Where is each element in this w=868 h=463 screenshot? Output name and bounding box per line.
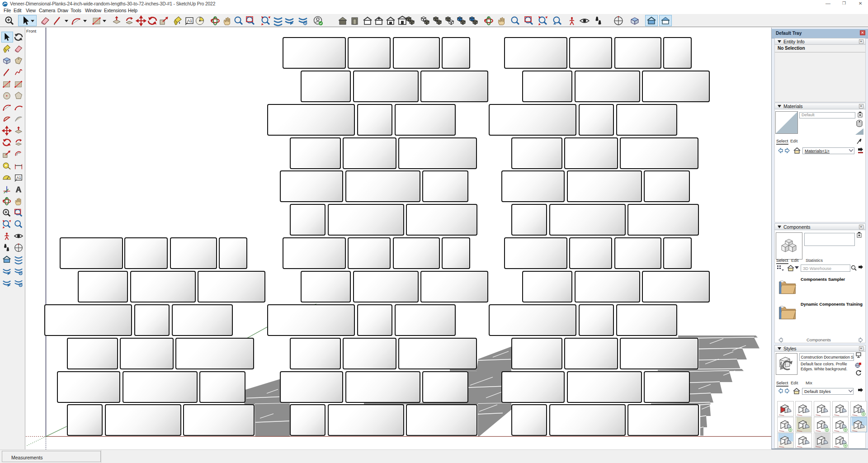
svg-text:A1: A1 xyxy=(16,176,21,180)
svg-text:A1: A1 xyxy=(187,19,192,23)
